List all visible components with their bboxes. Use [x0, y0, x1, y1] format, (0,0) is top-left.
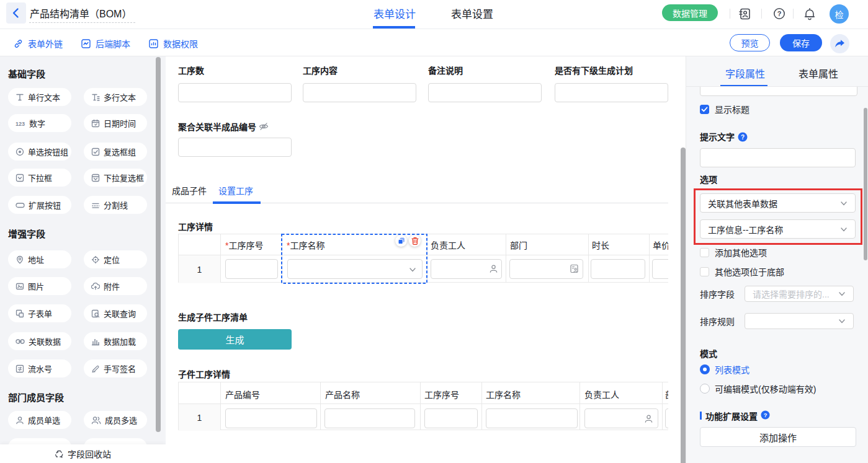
svg-text:?: ?	[764, 412, 767, 418]
svg-text:?: ?	[741, 134, 745, 141]
svg-text:?: ?	[777, 10, 782, 17]
svg-text:123: 123	[16, 121, 25, 127]
